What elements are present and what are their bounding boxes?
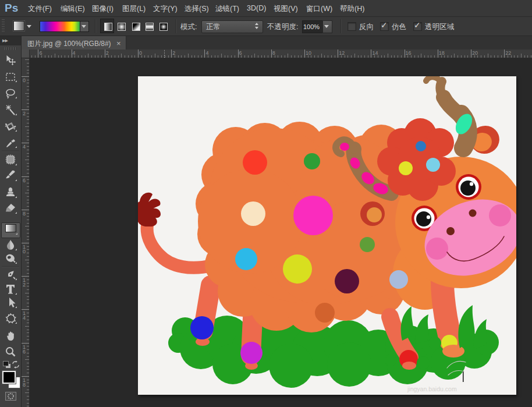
svg-text:jingyan.baidu.com: jingyan.baidu.com	[407, 385, 457, 392]
